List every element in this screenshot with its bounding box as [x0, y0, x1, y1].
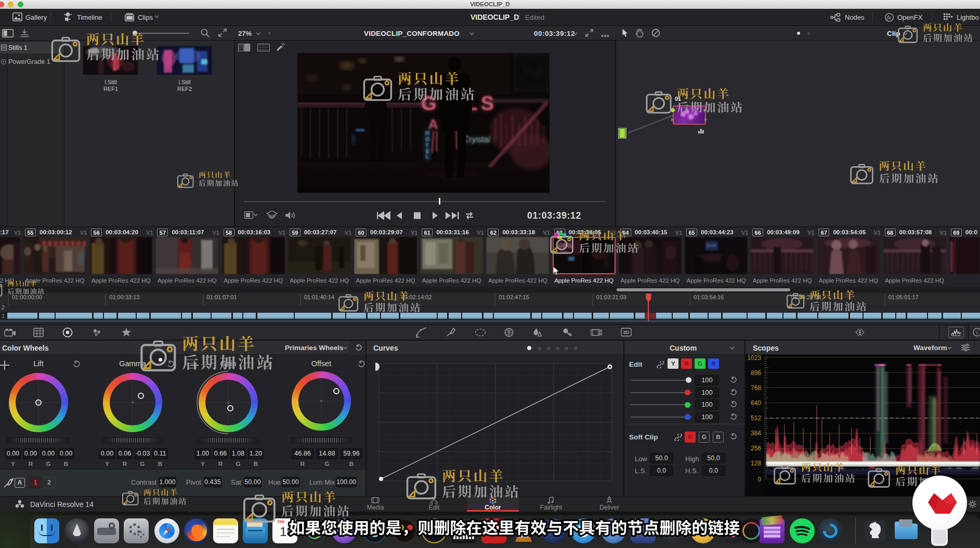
- svg-text:3D: 3D: [623, 329, 629, 335]
- svg-text:BAR: BAR: [707, 243, 716, 248]
- svg-text:fx: fx: [887, 15, 891, 20]
- svg-text:i: i: [976, 329, 978, 336]
